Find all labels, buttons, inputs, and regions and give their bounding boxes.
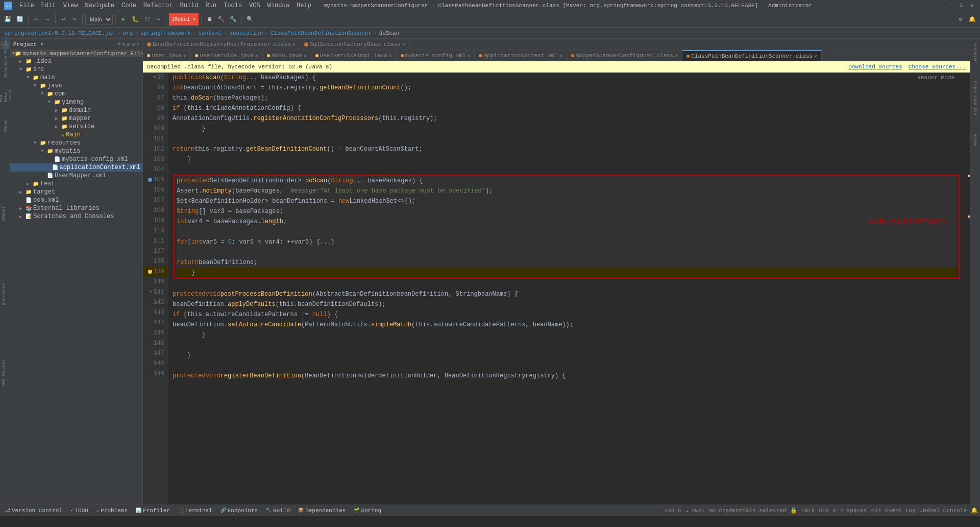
jrebel-console-btn[interactable]: JRebel Console [920, 508, 967, 514]
notifications-button[interactable]: 🔔 [967, 13, 978, 26]
tab-user[interactable]: User.java ✕ [143, 50, 191, 61]
tree-resources[interactable]: ▼ 📁 resources [10, 139, 142, 147]
dependencies-btn[interactable]: 📦 Dependencies [295, 506, 349, 515]
structure-icon[interactable]: Structure [1, 62, 10, 70]
settings-button[interactable]: ⚙ [955, 13, 966, 26]
bigdata-tools-icon[interactable]: Big Data Tools [972, 79, 978, 117]
todo-btn[interactable]: ✓ TODO [67, 506, 91, 515]
tab-mapperscanner[interactable]: MapperScannerConfigurer.class ✕ [567, 50, 682, 61]
tree-scratches[interactable]: ▶ 📝 Scratches and Consoles [10, 212, 142, 221]
stop-button[interactable]: ⏹ [204, 13, 214, 26]
tree-mybatisconfig[interactable]: 📄 mybatis-config.xml [10, 155, 142, 163]
tab-beandefinition-postprocessor[interactable]: BeanDefinitionRegistryPostProcessor.clas… [143, 39, 300, 50]
tab-close-classpathscanner[interactable]: ✕ [814, 53, 817, 59]
reader-mode-button[interactable]: Reader Mode [914, 74, 958, 82]
tree-test[interactable]: ▶ 📁 test [10, 180, 142, 188]
maximize-button[interactable]: □ [958, 2, 966, 10]
menu-edit[interactable]: Edit [38, 1, 59, 10]
bc-item-jar[interactable]: spring-context-5.2.10.RELEASE.jar [4, 30, 115, 36]
menu-refactor[interactable]: Refactor [140, 1, 176, 10]
endpoints-btn[interactable]: 🔗 Endpoints [217, 506, 261, 515]
spring-btn[interactable]: 🌱 Spring [351, 506, 384, 515]
toolbar-back[interactable]: ← [31, 13, 41, 26]
linenum-95-fold[interactable]: ▼ [153, 73, 156, 83]
tree-java[interactable]: ▼ 📁 java [10, 82, 142, 90]
tab-close-user[interactable]: ✕ [183, 53, 186, 59]
menu-code[interactable]: Code [118, 1, 139, 10]
tab-close-mybatisconfig[interactable]: ✕ [467, 53, 470, 59]
sidebar-close-icon[interactable]: ✕ [136, 41, 139, 47]
tree-domain[interactable]: ▶ 📁 domain [10, 106, 142, 114]
aws-toolkit-label[interactable]: AWS Toolkit [0, 357, 7, 389]
aws-credentials[interactable]: ☁ AWS: No credentials selected [685, 508, 786, 514]
tree-extlibs[interactable]: ▶ 📚 External Libraries [10, 204, 142, 212]
sidebar-collapse-icon[interactable]: ⊟ [132, 41, 135, 47]
close-button[interactable]: ✕ [968, 2, 976, 10]
menu-build[interactable]: Build [177, 1, 201, 10]
tab-mainjava[interactable]: Main.java ✕ [263, 50, 311, 61]
toolbar-more-run[interactable]: ⋯ [153, 13, 163, 26]
maven-icon[interactable]: Maven [1, 122, 10, 130]
menu-file[interactable]: File [16, 1, 37, 10]
tree-root[interactable]: ▼ 📁 mybatis-mapperScannerConfigurer E:\m… [10, 50, 142, 57]
tree-usermapper-xml[interactable]: 📄 UserMapper.xml [10, 172, 142, 180]
tab-appcontext[interactable]: applicationContext.xml ✕ [475, 50, 567, 61]
build-btn[interactable]: 🔨 Build [263, 506, 293, 515]
run-with-coverage-button[interactable]: 🛡 [142, 13, 152, 26]
line-col-indicator[interactable]: 139:6 [665, 508, 681, 514]
tree-main[interactable]: ▼ 📁 main [10, 74, 142, 82]
jrebel-left-label[interactable]: JRebel [0, 204, 7, 223]
menu-view[interactable]: View [60, 1, 81, 10]
tree-pom[interactable]: 📄 pom.xml [10, 196, 142, 204]
debug-button[interactable]: 🐛 [130, 13, 141, 26]
tree-appcontext[interactable]: 📄 applicationContext.xml [10, 163, 142, 172]
profiler-btn[interactable]: 📊 Profiler [133, 506, 173, 515]
run-button[interactable]: ▶ [118, 13, 129, 26]
bc-item-class[interactable]: ClassPathBeanDefinitionScanner [271, 30, 372, 36]
search-everywhere[interactable]: 🔍 [244, 13, 256, 26]
notifications-icon[interactable]: 🔔 [971, 507, 978, 514]
choose-sources-link[interactable]: Choose Sources... [909, 64, 966, 70]
bigdata-icon[interactable]: Big Data Tools [1, 92, 10, 100]
tree-service[interactable]: ▶ 📁 service [10, 123, 142, 131]
build-button[interactable]: 🔨 [215, 13, 227, 26]
tab-close-userserviceimpl[interactable]: ✕ [389, 53, 392, 59]
tab-close-userservice[interactable]: ✕ [255, 53, 258, 59]
tab-close-appcontext[interactable]: ✕ [559, 53, 562, 59]
code-editor[interactable]: Reader Mode ▼95 96 97 98 99 100 101 102 … [143, 73, 970, 505]
sidebar-expand-icon[interactable]: ⊞ [127, 41, 130, 47]
event-log-btn[interactable]: Event Log [885, 508, 915, 514]
tab-userserviceimpl[interactable]: UserServiceImpl.java ✕ [311, 50, 397, 61]
menu-navigate[interactable]: Navigate [82, 1, 117, 10]
toolbar-forward[interactable]: → [42, 13, 53, 26]
bc-item-context[interactable]: context [199, 30, 222, 36]
tab-sqlsession[interactable]: SqlSessionFactoryBean.class ✕ [300, 39, 410, 50]
tree-target[interactable]: ▶ 📁 target [10, 188, 142, 196]
minimize-button[interactable]: − [947, 2, 955, 10]
tab-userservice[interactable]: UserService.java ✕ [191, 50, 263, 61]
tree-idea[interactable]: ▶ 📁 .idea [10, 57, 142, 65]
project-icon[interactable]: Project [1, 41, 10, 49]
tab-close-sqlsession[interactable]: ✕ [402, 41, 405, 47]
sidebar-equalize-icon[interactable]: ≡ [118, 41, 121, 47]
tree-mainjava[interactable]: ☕ Main [10, 131, 142, 139]
tab-close-mainjava[interactable]: ✕ [304, 53, 307, 59]
linenum-141-fold[interactable]: ▼ [150, 287, 152, 297]
tab-classpathscanner[interactable]: ClassPathBeanDefinitionScanner.class ✕ [682, 50, 822, 61]
maven-right-icon[interactable]: Maven [972, 132, 978, 148]
tab-close-mapperscanner[interactable]: ✕ [675, 53, 678, 59]
problems-btn[interactable]: ⚠ Problems [93, 506, 131, 515]
menu-window[interactable]: Window [264, 1, 292, 10]
bookmarks-label[interactable]: Bookmarks [0, 281, 7, 307]
tree-mapper[interactable]: ▶ 📁 mapper [10, 114, 142, 123]
bc-item-org[interactable]: org [122, 30, 133, 36]
toolbar-undo[interactable]: ↩ [58, 13, 68, 26]
encoding[interactable]: UTF-8 [819, 508, 836, 514]
menu-tools[interactable]: Tools [220, 1, 245, 10]
toolbar-sync[interactable]: 🔄 [14, 13, 26, 26]
tree-mybatis[interactable]: ▼ 📁 mybatis [10, 147, 142, 155]
database-icon[interactable]: Database [972, 41, 978, 64]
tree-yimeng[interactable]: ▼ 📁 yimeng [10, 98, 142, 106]
gradle-button[interactable]: 🔧 [228, 13, 239, 26]
tree-src[interactable]: ▼ 📁 src [10, 65, 142, 74]
